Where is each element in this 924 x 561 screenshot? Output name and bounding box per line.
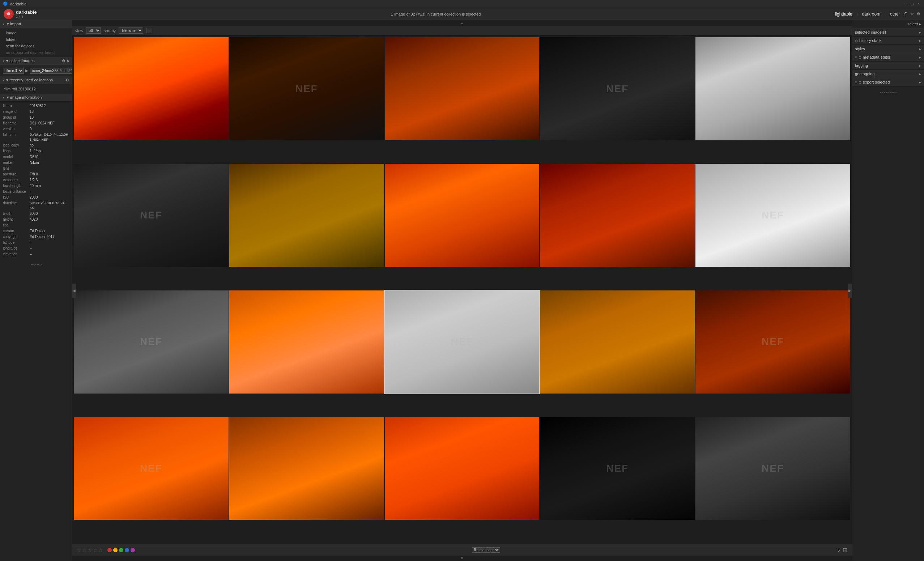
star-5[interactable]: ☆ <box>98 547 103 553</box>
info-key-fullpath: full path <box>3 132 28 142</box>
maximize-button[interactable]: □ <box>909 2 915 6</box>
dot-purple[interactable] <box>130 548 135 552</box>
metadata-settings-icon[interactable]: ⊙ <box>858 56 861 59</box>
star-3[interactable]: ☆ <box>87 547 92 553</box>
grid-icon[interactable]: G <box>904 12 908 16</box>
star-rating[interactable]: ☆ ☆ ☆ ☆ ☆ <box>76 547 103 553</box>
minimize-button[interactable]: – <box>903 2 908 6</box>
info-val-exposure: 1/2.3 <box>30 177 38 183</box>
info-val-localcopy: no <box>30 142 34 148</box>
collect-gear-icon[interactable]: ⚙ <box>62 58 66 63</box>
grid-cell-20[interactable]: NEF <box>696 417 850 520</box>
styles-header[interactable]: styles ▸ <box>852 45 924 53</box>
info-key-flags: flags <box>3 148 28 154</box>
recently-arrow: ▾ <box>3 78 5 82</box>
info-val-elevation: – <box>30 251 32 257</box>
dot-yellow[interactable] <box>113 548 117 552</box>
star-icon[interactable]: ☆ <box>910 12 914 16</box>
grid-cell-15[interactable]: NEF <box>696 291 850 393</box>
nav-lighttable[interactable]: lighttable <box>835 12 852 16</box>
star-4[interactable]: ☆ <box>93 547 98 553</box>
grid-cell-12[interactable] <box>229 291 384 393</box>
selected-images-header[interactable]: selected image[s] ▸ <box>852 28 924 36</box>
scroll-up-arrow[interactable]: ▲ <box>72 20 852 26</box>
grid-cell-8[interactable] <box>385 164 540 267</box>
history-stack-header[interactable]: ⊙ history stack ▸ <box>852 36 924 45</box>
scroll-down-arrow[interactable]: ▼ <box>72 556 852 561</box>
grid-cell-4[interactable]: NEF <box>540 37 695 140</box>
info-key-elevation: elevation <box>3 251 28 257</box>
grid-cell-17[interactable] <box>229 417 384 520</box>
info-val-groupid: 13 <box>30 115 34 120</box>
right-panel-toggle[interactable]: ▶ <box>848 284 852 298</box>
left-panel-toggle[interactable]: ◀ <box>72 284 76 298</box>
grid-cell-9[interactable] <box>540 164 695 267</box>
dot-red[interactable] <box>107 548 112 552</box>
file-manager-select[interactable]: file manager <box>472 547 500 553</box>
grid-cell-11[interactable]: NEF <box>74 291 228 393</box>
grid-cell-1[interactable] <box>74 37 228 140</box>
film-roll-select[interactable]: film roll <box>3 68 24 74</box>
styles-label: styles <box>855 46 865 51</box>
collect-close-icon[interactable]: × <box>67 58 69 63</box>
recently-section-header[interactable]: ▾ ▾ recently used collections ⚙ <box>0 76 72 84</box>
selected-images-arrow: ▸ <box>919 30 921 34</box>
import-section-header[interactable]: ▾ ▾ import <box>0 20 72 28</box>
dot-blue[interactable] <box>125 548 129 552</box>
export-selected-header[interactable]: ≡ ⊙ export selected ▸ <box>852 78 924 87</box>
geotagging-header[interactable]: geotagging ▸ <box>852 70 924 78</box>
collect-section-header[interactable]: ▾ ▾ collect images ⚙ × <box>0 57 72 65</box>
grid-cell-6[interactable]: NEF <box>74 164 228 267</box>
dot-green[interactable] <box>119 548 123 552</box>
thumbnail-7 <box>229 164 384 267</box>
image-info-section-header[interactable]: ▾ ▾ image information <box>0 94 72 102</box>
star-2[interactable]: ☆ <box>82 547 87 553</box>
import-scan-devices[interactable]: scan for devices <box>0 43 72 49</box>
grid-cell-13[interactable]: NEF <box>385 291 540 393</box>
logo-text: dt <box>7 12 10 16</box>
grid-cell-18[interactable] <box>385 417 540 520</box>
recent-item-0[interactable]: film roll 20180812 <box>0 86 72 92</box>
grid-cell-7[interactable] <box>229 164 384 267</box>
star-1[interactable]: ☆ <box>76 547 81 553</box>
grid-cell-2[interactable]: NEF <box>229 37 384 140</box>
top-nav-icons: G ☆ ⚙ <box>904 12 920 16</box>
recently-label: ▾ recently used collections <box>6 78 53 82</box>
titlebar-controls[interactable]: – □ × <box>903 2 921 6</box>
metadata-editor-header[interactable]: ≡ ⊙ metadata editor ▸ <box>852 53 924 62</box>
import-folder[interactable]: folder <box>0 36 72 43</box>
grid-cell-19[interactable]: NEF <box>540 417 695 520</box>
info-val-copyright: Ed Dozier 2017 <box>30 234 55 240</box>
gear-icon[interactable]: ⚙ <box>917 12 920 16</box>
film-roll-value-select[interactable]: icron_24mmX35.9mm\20180812 <box>30 68 72 74</box>
sort-select[interactable]: filename <box>118 27 143 34</box>
zoom-icon[interactable]: ⊞ <box>843 546 848 554</box>
nav-other[interactable]: other <box>890 12 900 16</box>
app-icon: 🔵 <box>3 2 8 6</box>
grid-cell-14[interactable] <box>540 291 695 393</box>
thumbnail-12 <box>229 291 384 393</box>
import-label: ▾ import <box>7 22 21 26</box>
grid-cell-3[interactable] <box>385 37 540 140</box>
export-settings-icon[interactable]: ⊙ <box>858 80 861 84</box>
grid-cell-10[interactable]: NEF <box>696 164 850 267</box>
recently-gear-icon[interactable]: ⚙ <box>66 78 69 82</box>
sort-direction-button[interactable]: ↑ <box>146 28 152 33</box>
info-val-focusdist: – <box>30 189 32 195</box>
history-stack-settings-icon[interactable]: ⊙ <box>855 39 858 43</box>
grid-cell-5[interactable]: NEF <box>696 37 850 140</box>
thumbnail-13 <box>385 291 540 393</box>
thumbnail-2 <box>229 37 384 140</box>
info-key-maker: maker <box>3 160 28 166</box>
bottom-center: file manager <box>472 547 500 553</box>
color-labels <box>107 548 135 552</box>
center-panel: ▲ view all sort by filename ↑ NEF <box>72 20 852 561</box>
view-select[interactable]: all <box>86 27 101 34</box>
close-button[interactable]: × <box>916 2 921 6</box>
history-stack-arrow: ▸ <box>919 39 921 43</box>
tagging-header[interactable]: tagging ▸ <box>852 62 924 70</box>
grid-cell-16[interactable]: NEF <box>74 417 228 520</box>
import-image[interactable]: image <box>0 30 72 36</box>
nav-darkroom[interactable]: darkroom <box>862 12 880 16</box>
select-label[interactable]: select ▸ <box>908 22 921 26</box>
